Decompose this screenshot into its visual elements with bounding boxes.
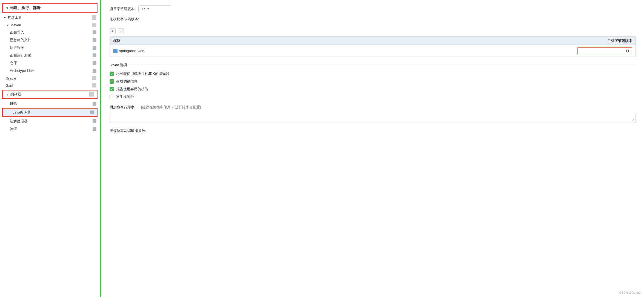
checkbox-label-1: 尽可能使用模块目标JDK的编译器 <box>116 71 169 76</box>
checkbox-label-4: 不生成警告 <box>116 94 134 99</box>
gradle-icon <box>92 76 96 80</box>
compiler-label: 编译器 <box>10 92 21 97</box>
module-table: 模块 目标字节码版本 springboot_web 11 <box>110 36 636 57</box>
checkbox-3[interactable] <box>110 87 114 91</box>
expand-icon[interactable]: ⤢ <box>631 118 634 122</box>
gant-label: Gant <box>5 83 13 87</box>
repository-icon <box>93 61 96 65</box>
col-header-module: 模块 <box>113 38 577 43</box>
sidebar-item-gant[interactable]: Gant <box>0 82 100 89</box>
exclude-icon <box>93 102 96 106</box>
sidebar-leaf-validation[interactable]: 验证 <box>0 125 100 133</box>
gant-icon <box>92 83 96 87</box>
javac-section-header: Javac 选项 <box>110 63 636 67</box>
run-tests-label: 正在运行测试 <box>10 53 31 58</box>
additional-params-input[interactable] <box>110 113 636 123</box>
checkbox-row-2[interactable]: 生成调试信息 <box>110 79 636 84</box>
checkbox-row-1[interactable]: 尽可能使用模块目标JDK的编译器 <box>110 71 636 76</box>
main-content: 项目字节码版本: 17 ▾ 按模块字节码版本: + − 模块 目标字节码版本 s… <box>101 0 644 297</box>
build-tools-arrow: ∨ <box>4 16 6 19</box>
maven-label: Maven <box>10 23 21 27</box>
run-program-icon <box>93 46 96 50</box>
target-version-value: 11 <box>626 49 629 53</box>
sidebar-leaf-java-compiler[interactable]: Java编译器 <box>2 108 98 117</box>
importing-label: 正在导入 <box>10 30 24 35</box>
archetype-icon <box>93 69 96 73</box>
remove-module-button[interactable]: − <box>118 28 124 34</box>
sidebar-leaf-repository[interactable]: 仓库 <box>0 59 100 67</box>
per-module-override-section: 按模块重写编译器参数: <box>110 128 636 133</box>
sidebar-group-build-tools[interactable]: ∨ 构建工具 <box>0 14 100 21</box>
maven-icon <box>92 23 96 27</box>
sidebar-section-build-deploy[interactable]: ∨ 构建、执行、部署 <box>2 3 98 13</box>
sidebar-leaf-ignored-files[interactable]: 已忽略的文件 <box>0 36 100 44</box>
ignored-files-label: 已忽略的文件 <box>10 38 31 43</box>
sidebar-leaf-run-tests[interactable]: 正在运行测试 <box>0 52 100 59</box>
section-arrow: ∨ <box>6 6 8 10</box>
compiler-icon <box>89 92 94 97</box>
additional-params-label: 附加命令行形参: <box>110 105 136 110</box>
javac-divider <box>130 65 636 65</box>
sidebar-leaf-exclude[interactable]: 排除 <box>0 100 100 108</box>
module-icon <box>113 49 118 53</box>
sidebar-group-compiler[interactable]: ∨ 编译器 <box>2 90 98 99</box>
annotation-processor-icon <box>93 119 96 123</box>
sidebar-subgroup-maven[interactable]: ∨ Maven <box>0 21 100 29</box>
annotation-processor-label: 注解处理器 <box>10 119 28 124</box>
add-module-button[interactable]: + <box>110 28 116 34</box>
additional-params-section: 附加命令行形参: (建议在路径中使用 '/' 进行跨平台配置) ⤢ <box>110 105 636 123</box>
module-name: springboot_web <box>119 49 144 53</box>
maven-arrow: ∨ <box>7 23 9 27</box>
java-compiler-icon <box>90 111 94 114</box>
target-version-input[interactable]: 11 <box>577 47 632 54</box>
validation-icon <box>93 127 96 131</box>
chevron-down-icon: ▾ <box>147 7 149 11</box>
bytecode-version-label: 项目字节码版本: <box>110 7 136 12</box>
ignored-files-icon <box>93 38 96 42</box>
checkbox-2[interactable] <box>110 79 114 84</box>
col-header-target: 目标字节码版本 <box>577 38 632 43</box>
checkbox-4[interactable] <box>110 95 114 99</box>
checkbox-1[interactable] <box>110 72 114 76</box>
sidebar-leaf-annotation-processor[interactable]: 注解处理器 <box>0 117 100 125</box>
checkbox-label-2: 生成调试信息 <box>116 79 138 84</box>
per-module-label-row: 按模块字节码版本: <box>110 17 636 24</box>
sidebar-leaf-run-program[interactable]: 运行程序 <box>0 44 100 52</box>
additional-params-hint: (建议在路径中使用 '/' 进行跨平台配置) <box>141 105 201 110</box>
section-label: 构建、执行、部署 <box>10 5 41 10</box>
archetype-label: Archetype 目录 <box>10 68 34 73</box>
watermark: CSDN @DongJt <box>619 291 641 294</box>
run-program-label: 运行程序 <box>10 45 24 50</box>
gradle-label: Gradle <box>5 76 16 80</box>
bytecode-version-select[interactable]: 17 ▾ <box>138 5 171 12</box>
java-compiler-label: Java编译器 <box>13 110 31 115</box>
repository-label: 仓库 <box>10 61 17 66</box>
compiler-arrow: ∨ <box>7 93 9 96</box>
module-table-header: 模块 目标字节码版本 <box>110 37 636 45</box>
run-tests-icon <box>93 53 96 57</box>
bytecode-version-value: 17 <box>141 7 145 11</box>
per-module-override-label: 按模块重写编译器参数: <box>110 129 146 133</box>
javac-section: Javac 选项 尽可能使用模块目标JDK的编译器 生成调试信息 报告使用弃用的… <box>110 63 636 99</box>
validation-label: 验证 <box>10 126 17 131</box>
params-label-row: 附加命令行形参: (建议在路径中使用 '/' 进行跨平台配置) <box>110 105 636 110</box>
table-row[interactable]: springboot_web 11 <box>110 45 636 57</box>
sidebar-leaf-archetype[interactable]: Archetype 目录 <box>0 67 100 75</box>
checkbox-row-3[interactable]: 报告使用弃用的功能 <box>110 87 636 92</box>
per-module-label: 按模块字节码版本: <box>110 17 139 22</box>
bytecode-version-row: 项目字节码版本: 17 ▾ <box>110 5 636 12</box>
sidebar-item-gradle[interactable]: Gradle <box>0 75 100 82</box>
importing-icon <box>93 30 96 34</box>
sidebar-leaf-importing[interactable]: 正在导入 <box>0 29 100 36</box>
sidebar: ∨ 构建、执行、部署 ∨ 构建工具 ∨ Maven 正在导入 已忽略的文件 运行… <box>0 0 100 297</box>
build-tools-label: 构建工具 <box>8 15 22 20</box>
checkbox-label-3: 报告使用弃用的功能 <box>116 87 148 92</box>
checkbox-row-4[interactable]: 不生成警告 <box>110 94 636 99</box>
javac-title: Javac 选项 <box>110 63 127 67</box>
exclude-label: 排除 <box>10 101 17 106</box>
toolbar-buttons: + − <box>110 28 636 34</box>
build-tools-icon <box>92 15 96 20</box>
